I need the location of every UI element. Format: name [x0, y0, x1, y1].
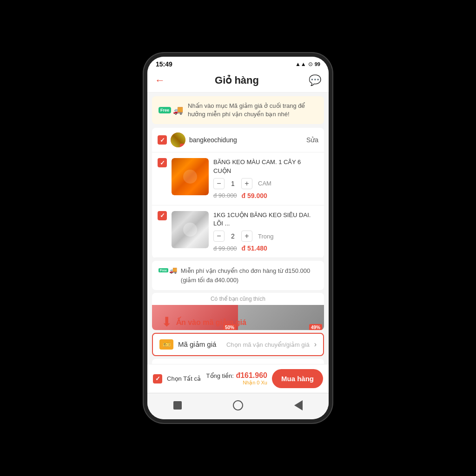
product-checkbox-2[interactable]: [158, 211, 167, 220]
product-name-1: BĂNG KEO MÀU CAM. 1 CÂY 6 CUỘN: [213, 158, 318, 175]
decrease-qty-2[interactable]: −: [213, 231, 225, 242]
product-details-1: BĂNG KEO MÀU CAM. 1 CÂY 6 CUỘN − 1 + CAM…: [213, 158, 318, 199]
variant-2: Trong: [258, 233, 273, 240]
coupon-placeholder: Chọn mã vận chuyển/giảm giá: [226, 341, 310, 348]
price-row-1: đ 90.000 đ 59.000: [213, 192, 318, 199]
header: ← Giỏ hàng 💬: [147, 70, 329, 93]
product-checkbox-1[interactable]: [158, 158, 167, 167]
decrease-qty-1[interactable]: −: [213, 178, 225, 189]
status-icons: ▲▲ ⊙ 99: [295, 61, 320, 67]
product-image-orange: [172, 158, 209, 195]
total-section: Tổng tiền: đ161.960 Nhận 0 Xu: [205, 371, 267, 386]
square-icon: [173, 401, 182, 410]
shipping-text: Miễn phí vận chuyển cho đơn hàng từ đ150…: [181, 266, 317, 284]
promo-text: Nhấn vào mục Mã giảm giá ở cuối trang để…: [188, 102, 317, 119]
shop-avatar: [171, 132, 185, 147]
status-time: 15:49: [156, 60, 172, 68]
truck-sm-icon: 🚚: [169, 266, 177, 274]
discount-badge-2: 49%: [309, 324, 322, 330]
free-badge-sm: Free: [159, 268, 168, 272]
shop-checkbox[interactable]: [158, 135, 167, 145]
xu-earn: Nhận 0 Xu: [205, 380, 267, 386]
rec-item-2[interactable]: 49%: [238, 305, 324, 330]
increase-qty-1[interactable]: +: [241, 178, 252, 189]
product-controls-2: − 2 + Trong: [213, 231, 318, 242]
signal-icon: ▲▲: [295, 61, 306, 67]
original-price-2: đ 99.000: [213, 245, 237, 252]
xu-section: $ Bạn chưa có Shopee Xu ?: [152, 359, 324, 364]
shop-name: bangkeochidung: [189, 136, 237, 144]
triangle-icon: [294, 400, 303, 410]
nav-back-button[interactable]: [291, 398, 306, 413]
product-item-2: 1KG 1CUỘN BĂNG KEO SIÊU DAI. LÕI ... − 2…: [152, 205, 324, 258]
coupon-label: Mã giảm giá: [178, 340, 222, 349]
product-item: BĂNG KEO MÀU CAM. 1 CÂY 6 CUỘN − 1 + CAM…: [152, 152, 324, 205]
status-bar: 15:49 ▲▲ ⊙ 99: [147, 57, 329, 70]
shop-section: bangkeochidung Sửa BĂNG KEO MÀU CAM. 1 C…: [152, 128, 324, 258]
price-row-2: đ 99.000 đ 51.480: [213, 245, 318, 252]
sale-price-1: đ 59.000: [242, 192, 267, 199]
battery-icon: 99: [315, 61, 320, 67]
nav-square-button[interactable]: [170, 398, 185, 413]
sale-price-2: đ 51.480: [242, 245, 267, 252]
chat-button[interactable]: 💬: [309, 74, 321, 86]
select-all-label: Chọn Tất cả: [167, 375, 201, 382]
buy-button[interactable]: Mua hàng: [272, 369, 323, 388]
wifi-icon: ⊙: [308, 61, 313, 67]
original-price-1: đ 90.000: [213, 192, 237, 199]
total-row: Tổng tiền: đ161.960: [205, 371, 267, 380]
shop-left: bangkeochidung: [158, 132, 237, 147]
flag-badge: [180, 144, 185, 147]
free-badge: Free: [159, 107, 171, 113]
product-image-clear: [172, 211, 209, 248]
overlay-text: Ấn vào mã giảm giá: [176, 318, 246, 327]
product-image-1: [172, 158, 209, 195]
coupon-icon: 🎫: [159, 339, 173, 350]
product-name-2: 1KG 1CUỘN BĂNG KEO SIÊU DAI. LÕI ...: [213, 211, 318, 228]
bottom-bar: Chọn Tất cả Tổng tiền: đ161.960 Nhận 0 X…: [147, 364, 329, 393]
product-controls-1: − 1 + CAM: [213, 178, 318, 189]
product-image-2: [172, 211, 209, 248]
phone-frame: 15:49 ▲▲ ⊙ 99 ← Giỏ hàng 💬 Free 🚚 Nhấn v…: [147, 57, 329, 419]
coupon-section[interactable]: 🎫 Mã giảm giá Chọn mã vận chuyển/giảm gi…: [152, 333, 324, 356]
coupon-chevron-icon: ›: [314, 340, 317, 349]
increase-qty-2[interactable]: +: [241, 231, 252, 242]
select-all-checkbox[interactable]: [153, 374, 162, 383]
recommendation-section: Có thể bạn cũng thích ⬇ Ấn vào mã giảm g…: [152, 293, 324, 330]
arrow-down-icon: ⬇: [161, 315, 172, 329]
page-title: Giỏ hàng: [215, 74, 259, 86]
free-ship-icon: Free 🚚: [159, 266, 177, 274]
rec-header: Có thể bạn cũng thích: [152, 293, 324, 305]
promo-banner: Free 🚚 Nhấn vào mục Mã giảm giá ở cuối t…: [152, 96, 324, 124]
circle-icon: [233, 400, 243, 410]
truck-icon: 🚚: [173, 105, 183, 115]
qty-value-2: 2: [228, 232, 238, 240]
nav-bar: [147, 393, 329, 419]
scroll-area: Free 🚚 Nhấn vào mục Mã giảm giá ở cuối t…: [147, 93, 329, 364]
product-details-2: 1KG 1CUỘN BĂNG KEO SIÊU DAI. LÕI ... − 2…: [213, 211, 318, 252]
shop-edit-button[interactable]: Sửa: [306, 136, 318, 144]
total-amount: đ161.960: [236, 371, 267, 379]
variant-1: CAM: [258, 180, 271, 187]
shipping-info: Free 🚚 Miễn phí vận chuyển cho đơn hàng …: [152, 261, 324, 290]
arrow-overlay: ⬇: [161, 314, 172, 330]
total-label: Tổng tiền:: [206, 372, 234, 379]
shop-header: bangkeochidung Sửa: [152, 128, 324, 152]
nav-home-button[interactable]: [231, 398, 245, 413]
qty-value-1: 1: [228, 180, 238, 187]
back-button[interactable]: ←: [155, 74, 165, 86]
